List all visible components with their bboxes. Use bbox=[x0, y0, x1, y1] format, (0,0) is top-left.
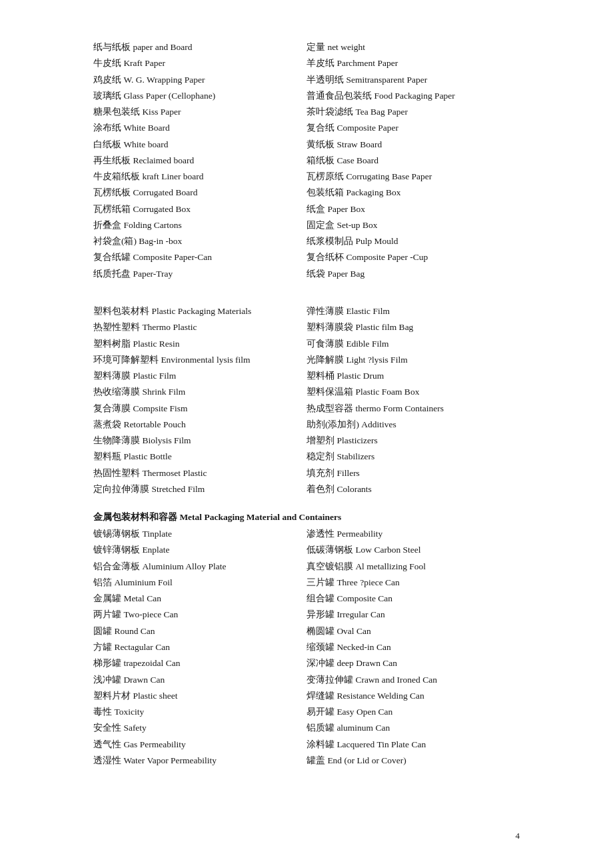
table-row: 透湿性 Water Vapor Permeability罐盖 End (or L… bbox=[93, 753, 520, 768]
list-item: 异形罐 Irregular Can bbox=[306, 607, 520, 622]
list-item: 浅冲罐 Drawn Can bbox=[93, 673, 306, 687]
list-item: 塑料瓶 Plastic Bottle bbox=[93, 449, 306, 464]
table-row: 折叠盒 Folding Cartons固定盒 Set-up Box bbox=[93, 218, 520, 233]
list-item: 安全性 Safety bbox=[93, 721, 306, 735]
list-item: 涂料罐 Lacquered Tin Plate Can bbox=[306, 737, 520, 752]
list-item: 罐盖 End (or Lid or Cover) bbox=[306, 753, 520, 768]
list-item: 渗透性 Permeability bbox=[306, 527, 520, 541]
table-row: 瓦楞纸箱 Corrugated Box纸盒 Paper Box bbox=[93, 202, 520, 217]
table-row: 方罐 Rectagular Can缩颈罐 Necked-in Can bbox=[93, 640, 520, 655]
list-item: 助剂(添加剂) Additives bbox=[306, 417, 520, 432]
list-item: 深冲罐 deep Drawn Can bbox=[306, 656, 520, 671]
list-item: 涂布纸 White Board bbox=[93, 121, 306, 135]
list-item: 定量 net weight bbox=[306, 40, 520, 55]
list-item: 玻璃纸 Glass Paper (Cellophane) bbox=[93, 89, 306, 103]
list-item: 热收缩薄膜 Shrink Film bbox=[93, 385, 306, 399]
list-item: 黄纸板 Straw Board bbox=[306, 137, 520, 152]
list-item: 生物降薄膜 Biolysis Film bbox=[93, 433, 306, 448]
table-row: 浅冲罐 Drawn Can变薄拉伸罐 Crawn and Ironed Can bbox=[93, 673, 520, 687]
list-item: 组合罐 Composite Can bbox=[306, 591, 520, 606]
table-row: 镀锌薄钢板 Enplate低碳薄钢板 Low Carbon Steel bbox=[93, 543, 520, 557]
table-row: 纸与纸板 paper and Board定量 net weight bbox=[93, 40, 520, 55]
table-row: 白纸板 White board黄纸板 Straw Board bbox=[93, 137, 520, 152]
list-item: 环境可降解塑料 Environmental lysis film bbox=[93, 353, 306, 367]
list-item: 着色剂 Colorants bbox=[306, 482, 520, 497]
list-item: 光降解膜 Light ?lysis Film bbox=[306, 353, 520, 367]
list-item: 金属罐 Metal Can bbox=[93, 591, 306, 606]
list-item: 衬袋盒(箱) Bag-in -box bbox=[93, 234, 306, 249]
list-item: 填充剂 Fillers bbox=[306, 466, 520, 481]
table-row: 蒸煮袋 Retortable Pouch助剂(添加剂) Additives bbox=[93, 417, 520, 432]
table-row: 糖果包装纸 Kiss Paper茶叶袋滤纸 Tea Bag Paper bbox=[93, 105, 520, 119]
table-row: 镀锡薄钢板 Tinplate渗透性 Permeability bbox=[93, 527, 520, 541]
list-item: 纸浆模制品 Pulp Mould bbox=[306, 234, 520, 249]
table-row: 纸质托盘 Paper-Tray纸袋 Paper Bag bbox=[93, 267, 520, 281]
table-row: 环境可降解塑料 Environmental lysis film光降解膜 Lig… bbox=[93, 353, 520, 367]
list-item: 纸袋 Paper Bag bbox=[306, 267, 520, 281]
list-item: 蒸煮袋 Retortable Pouch bbox=[93, 417, 306, 432]
table-row: 定向拉伸薄膜 Stretched Film着色剂 Colorants bbox=[93, 482, 520, 497]
list-item: 真空镀铝膜 Al metallizing Fool bbox=[306, 559, 520, 574]
table-row: 塑料薄膜 Plastic Film塑料桶 Plastic Drum bbox=[93, 369, 520, 383]
list-item: 热固性塑料 Thermoset Plastic bbox=[93, 466, 306, 481]
list-item: 塑料片材 Plastic sheet bbox=[93, 689, 306, 703]
table-row: 热固性塑料 Thermoset Plastic填充剂 Fillers bbox=[93, 466, 520, 481]
list-item: 弹性薄膜 Elastic Film bbox=[306, 304, 520, 319]
two-col-section: 镀锡薄钢板 Tinplate渗透性 Permeability镀锌薄钢板 Enpl… bbox=[93, 527, 520, 769]
list-item: 可食薄膜 Edible Film bbox=[306, 337, 520, 351]
table-row: 热收缩薄膜 Shrink Film塑料保温箱 Plastic Foam Box bbox=[93, 385, 520, 399]
list-item: 复合纸 Composite Paper bbox=[306, 121, 520, 135]
list-item: 塑料包装材料 Plastic Packaging Materials bbox=[93, 304, 306, 319]
table-row: 塑料瓶 Plastic Bottle稳定剂 Stabilizers bbox=[93, 449, 520, 464]
list-item: 变薄拉伸罐 Crawn and Ironed Can bbox=[306, 673, 520, 687]
list-item: 糖果包装纸 Kiss Paper bbox=[93, 105, 306, 119]
table-row: 圆罐 Round Can椭圆罐 Oval Can bbox=[93, 624, 520, 639]
table-row: 牛皮纸 Kraft Paper羊皮纸 Parchment Paper bbox=[93, 56, 520, 71]
list-item: 复合薄膜 Compsite Fism bbox=[93, 401, 306, 416]
list-item: 半透明纸 Semitransparent Paper bbox=[306, 73, 520, 87]
list-item: 瓦楞原纸 Corrugating Base Paper bbox=[306, 169, 520, 184]
list-item: 梯形罐 trapezoidal Can bbox=[93, 656, 306, 671]
list-item: 三片罐 Three ?piece Can bbox=[306, 575, 520, 590]
two-col-section: 塑料包装材料 Plastic Packaging Materials弹性薄膜 E… bbox=[93, 304, 520, 498]
table-row: 涂布纸 White Board复合纸 Composite Paper bbox=[93, 121, 520, 135]
table-row: 铝箔 Aluminium Foil三片罐 Three ?piece Can bbox=[93, 575, 520, 590]
list-item: 包装纸箱 Packaging Box bbox=[306, 185, 520, 200]
list-item: 镀锡薄钢板 Tinplate bbox=[93, 527, 306, 541]
list-item: 热成型容器 thermo Form Containers bbox=[306, 401, 520, 416]
list-item: 鸡皮纸 W. G. Wrapping Paper bbox=[93, 73, 306, 87]
two-col-section: 纸与纸板 paper and Board定量 net weight牛皮纸 Kra… bbox=[93, 40, 520, 283]
table-row: 鸡皮纸 W. G. Wrapping Paper半透明纸 Semitranspa… bbox=[93, 73, 520, 87]
list-item: 两片罐 Two-piece Can bbox=[93, 607, 306, 622]
list-item: 茶叶袋滤纸 Tea Bag Paper bbox=[306, 105, 520, 119]
list-item: 透湿性 Water Vapor Permeability bbox=[93, 753, 306, 768]
table-row: 瓦楞纸板 Corrugated Board包装纸箱 Packaging Box bbox=[93, 185, 520, 200]
table-row: 塑料树脂 Plastic Resin可食薄膜 Edible Film bbox=[93, 337, 520, 351]
list-item: 定向拉伸薄膜 Stretched Film bbox=[93, 482, 306, 497]
list-item: 透气性 Gas Permeability bbox=[93, 737, 306, 752]
table-row: 两片罐 Two-piece Can异形罐 Irregular Can bbox=[93, 607, 520, 622]
list-item: 固定盒 Set-up Box bbox=[306, 218, 520, 233]
list-item: 椭圆罐 Oval Can bbox=[306, 624, 520, 639]
table-row: 复合纸罐 Composite Paper-Can复合纸杯 Composite P… bbox=[93, 250, 520, 265]
list-item: 镀锌薄钢板 Enplate bbox=[93, 543, 306, 557]
list-item: 铝箔 Aluminium Foil bbox=[93, 575, 306, 590]
table-row: 塑料片材 Plastic sheet焊缝罐 Resistance Welding… bbox=[93, 689, 520, 703]
table-row: 金属罐 Metal Can组合罐 Composite Can bbox=[93, 591, 520, 606]
list-item: 焊缝罐 Resistance Welding Can bbox=[306, 689, 520, 703]
list-item: 塑料树脂 Plastic Resin bbox=[93, 337, 306, 351]
list-item: 铝合金薄板 Aluminium Alloy Plate bbox=[93, 559, 306, 574]
table-row: 复合薄膜 Compsite Fism热成型容器 thermo Form Cont… bbox=[93, 401, 520, 416]
list-item: 纸盒 Paper Box bbox=[306, 202, 520, 217]
list-item: 纸质托盘 Paper-Tray bbox=[93, 267, 306, 281]
page-content: 纸与纸板 paper and Board定量 net weight牛皮纸 Kra… bbox=[0, 0, 613, 821]
section-header: 金属包装材料和容器 Metal Packaging Material and C… bbox=[93, 510, 520, 525]
table-row: 铝合金薄板 Aluminium Alloy Plate真空镀铝膜 Al meta… bbox=[93, 559, 520, 574]
list-item: 牛皮纸 Kraft Paper bbox=[93, 56, 306, 71]
list-item: 易开罐 Easy Open Can bbox=[306, 705, 520, 719]
table-row: 热塑性塑料 Thermo Plastic塑料薄膜袋 Plastic film B… bbox=[93, 320, 520, 335]
list-item: 热塑性塑料 Thermo Plastic bbox=[93, 320, 306, 335]
list-item: 塑料保温箱 Plastic Foam Box bbox=[306, 385, 520, 399]
section-gap bbox=[93, 295, 520, 304]
list-item: 塑料薄膜 Plastic Film bbox=[93, 369, 306, 383]
